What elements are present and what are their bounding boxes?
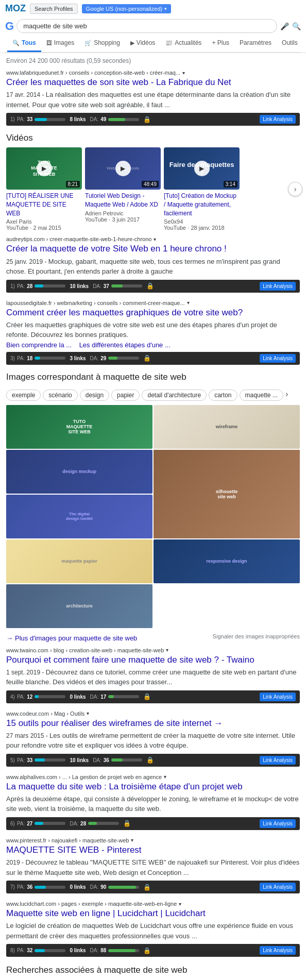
result-url-8: www.lucidchart.com › pages › exemple › m…: [6, 901, 300, 907]
tab-images[interactable]: 🖼 Images: [41, 35, 79, 52]
image-cell-4[interactable]: silhouettesite web: [154, 450, 300, 538]
videos-section-title: Vidéos: [6, 133, 300, 143]
google-us-button[interactable]: Google US (non-personalized) ▾: [82, 4, 172, 13]
image-8: architecture: [6, 584, 152, 628]
image-tags-next-arrow[interactable]: ›: [285, 390, 288, 401]
tab-parametres[interactable]: Paramètres: [234, 35, 277, 52]
moz-da-2: DA: 37: [93, 283, 142, 289]
tab-plus[interactable]: + Plus: [207, 35, 234, 52]
tab-actualites[interactable]: 📰 Actualités: [160, 35, 207, 52]
image-cell-6[interactable]: maquette papier: [6, 539, 152, 583]
image-1: TUTOMAQUETTESITE WEB: [6, 405, 152, 449]
image-tag-6[interactable]: carton: [209, 390, 237, 401]
tab-actualites-label: Actualités: [175, 39, 201, 46]
lock-icon-2: 🔒: [146, 282, 154, 290]
moz-bar-1: 1) PA: 33 8 links DA: 49 🔒 Link Analysis: [6, 113, 300, 126]
search-result-8: www.lucidchart.com › pages › exemple › m…: [6, 901, 300, 957]
result-date-1: 17 avr. 2014 - La réalisation des maquet…: [6, 90, 300, 110]
link-analysis-btn-6[interactable]: Link Analysis: [260, 819, 296, 828]
video-title-3[interactable]: [Tuto] Création de Mockup / Maquette gra…: [164, 192, 240, 217]
arrow-right-icon: →: [6, 634, 13, 642]
dropdown-arrow-icon: ▾: [182, 70, 185, 76]
video-card-3: Faire des maquettes ? ▶ 3:14 [Tuto] Créa…: [164, 147, 240, 231]
related-searches-title: Recherches associées à maquette de site …: [6, 965, 300, 975]
video-thumb-1[interactable]: TUTOMAQUETTESITE WEB ▶ 8:21: [6, 147, 82, 190]
sitelink-2[interactable]: Les différentes étapes d'une ...: [79, 341, 171, 349]
lock-icon-3: 🔒: [143, 354, 151, 362]
result-title-4[interactable]: Pourquoi et comment faire une maquette d…: [6, 654, 300, 666]
search-result-7: www.pinterest.fr › najouakefi › maquette…: [6, 837, 300, 893]
link-analysis-btn-7[interactable]: Link Analysis: [260, 883, 296, 891]
image-cell-3[interactable]: design mockup: [6, 450, 152, 494]
play-icon-2[interactable]: ▶: [115, 161, 131, 176]
image-tag-1[interactable]: exemple: [6, 390, 41, 401]
play-icon-3[interactable]: ▶: [194, 161, 210, 176]
microphone-icon[interactable]: 🎤: [280, 22, 289, 30]
image-tag-5[interactable]: detail d'architecture: [142, 390, 207, 401]
sitelink-1[interactable]: Bien comprendre la ...: [6, 341, 72, 349]
image-tag-3[interactable]: design: [80, 390, 109, 401]
link-analysis-btn-8[interactable]: Link Analysis: [260, 946, 296, 955]
dropdown-arrow-icon-4: ▾: [166, 647, 168, 653]
google-us-label: Google US (non-personalized): [86, 6, 163, 12]
video-thumb-3[interactable]: Faire des maquettes ? ▶ 3:14: [164, 147, 240, 190]
link-analysis-btn-4[interactable]: Link Analysis: [260, 692, 296, 701]
image-tags: exemple scénario design papier detail d'…: [6, 390, 300, 401]
tab-tous[interactable]: 🔍 Tous: [7, 35, 41, 52]
image-cell-2[interactable]: wireframe: [154, 405, 300, 449]
result-url-6: www.alphalives.com › ... › La gestion de…: [6, 774, 300, 780]
result-url-2: audreytips.com › creer-maquette-site-web…: [6, 236, 300, 242]
result-snippet-6: Après la deuxième étape, qui consiste à …: [6, 794, 300, 814]
result-date-4: 1 sept. 2019 - Découvrez dans ce tutorie…: [6, 667, 300, 687]
video-card-2: Web Design tools ▶ 48:49 Tutoriel Web De…: [85, 147, 161, 231]
link-analysis-btn-5[interactable]: Link Analysis: [260, 756, 296, 765]
link-analysis-btn-3[interactable]: Link Analysis: [260, 354, 296, 363]
result-title-3[interactable]: Comment créer les maquettes graphiques d…: [6, 307, 300, 318]
result-title-2[interactable]: Créer la maquette de votre Site Web en 1…: [6, 243, 300, 255]
link-analysis-btn-2[interactable]: Link Analysis: [260, 282, 296, 291]
tab-outils[interactable]: Outils: [277, 35, 303, 52]
search-icon[interactable]: 🔍: [292, 22, 301, 30]
video-grid-wrapper: TUTOMAQUETTESITE WEB ▶ 8:21 [TUTO] RÉALI…: [6, 147, 300, 231]
result-count: Environ 24 200 000 résultats (0,59 secon…: [6, 57, 300, 64]
result-title-7[interactable]: MAQUETTE SITE WEB - Pinterest: [6, 844, 300, 856]
moz-links-2: 10 links: [70, 283, 89, 289]
search-profiles-button[interactable]: Search Profiles: [30, 4, 78, 14]
video-next-arrow[interactable]: ›: [288, 182, 302, 196]
play-icon-1[interactable]: ▶: [37, 161, 52, 176]
image-cell-5[interactable]: The digitaldesign toolkit: [6, 495, 152, 538]
video-title-2[interactable]: Tutoriel Web Design - Maquette Web / Ado…: [85, 192, 161, 209]
result-title-8[interactable]: Maquette site web en ligne | Lucidchart …: [6, 908, 300, 919]
result-title-5[interactable]: 15 outils pour réaliser des wireframes d…: [6, 718, 300, 729]
lock-icon-6: 🔒: [123, 820, 131, 827]
images-section: Images correspondant à maquette de site …: [6, 372, 300, 642]
image-cell-8[interactable]: architecture: [6, 584, 152, 628]
video-title-1[interactable]: [TUTO] RÉALISER UNE MAQUETTE DE SITE WEB: [6, 192, 82, 217]
link-analysis-btn-1[interactable]: Link Analysis: [260, 115, 296, 124]
result-title-6[interactable]: La maquette du site web : La troisième é…: [6, 781, 300, 792]
image-tag-4[interactable]: papier: [111, 390, 140, 401]
result-title-1[interactable]: Créer les maquettes de son site web - La…: [6, 77, 300, 88]
moz-bar-5: 5) PA: 33 10 links DA: 36 🔒 Link Analysi…: [6, 754, 300, 767]
result-snippet-3: Créer les maquettes graphiques de votre …: [6, 320, 300, 340]
tab-shopping-label: Shopping: [94, 39, 120, 46]
report-images-link[interactable]: Signaler des images inappropriées: [213, 633, 300, 639]
image-cell-7[interactable]: responsive design: [154, 539, 300, 583]
images-footer: → Plus d'images pour maquette de site we…: [6, 631, 300, 642]
moz-da-3: DA: 29: [90, 356, 140, 361]
result-date-2: 25 janv. 2019 - Mockup, gabarit, maquett…: [6, 257, 300, 277]
more-images-link[interactable]: → Plus d'images pour maquette de site we…: [6, 634, 137, 642]
tab-shopping[interactable]: 🛒 Shopping: [79, 35, 125, 52]
tab-parametres-label: Paramètres: [240, 39, 271, 46]
image-cell-1[interactable]: TUTOMAQUETTESITE WEB: [6, 405, 152, 449]
image-tag-more[interactable]: maquette ...: [240, 390, 283, 401]
moz-logo: MOZ: [5, 3, 26, 14]
video-thumb-2[interactable]: Web Design tools ▶ 48:49: [85, 147, 161, 190]
image-tag-2[interactable]: scénario: [43, 390, 77, 401]
search-result-5: www.codeur.com › Mag › Outils ▾ 15 outil…: [6, 711, 300, 767]
moz-bar-3: 3) PA: 18 3 links DA: 29 🔒 Link Analysis: [6, 352, 300, 365]
result-snippet-8: Le logiciel de création de maquettes Web…: [6, 921, 300, 941]
search-input[interactable]: [16, 19, 277, 33]
tab-videos[interactable]: ▶ Vidéos: [125, 35, 160, 52]
result-url-1: www.lafabriquedunet.fr › conseils › conc…: [6, 70, 300, 76]
